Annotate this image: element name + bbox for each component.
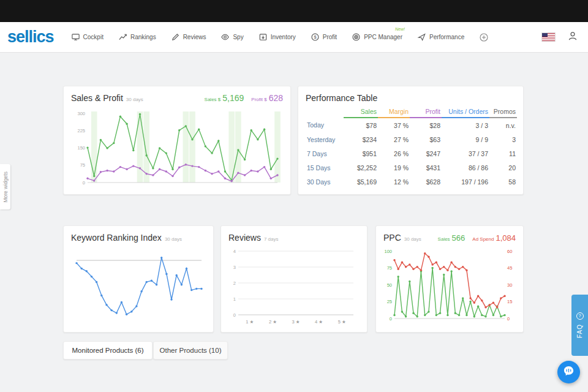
nav-label: PPC Manager xyxy=(364,34,402,40)
svg-text:$: $ xyxy=(314,34,317,40)
ppc-adspend-value: 1,084 xyxy=(496,233,516,243)
chat-icon xyxy=(563,365,575,379)
chat-bubble-button[interactable] xyxy=(557,361,580,383)
svg-text:50: 50 xyxy=(387,282,392,288)
widget-title: Reviews xyxy=(228,233,261,243)
column-header-sales: Sales xyxy=(344,105,378,118)
svg-text:100: 100 xyxy=(384,249,392,254)
faq-tab[interactable]: ? FAQ xyxy=(571,295,588,356)
ppc-widget: PPC 30 days Sales566 Ad Spend1,084 02550… xyxy=(375,225,524,333)
nav-item-profit[interactable]: $ Profit xyxy=(311,32,337,42)
table-row: Yesterday $234 27 % $63 9 / 9 3 xyxy=(306,132,517,146)
nav-item-rankings[interactable]: Rankings xyxy=(118,32,156,42)
svg-text:2 ★: 2 ★ xyxy=(269,319,277,325)
widget-subtitle: 30 days xyxy=(165,236,182,242)
nav-item-cockpit[interactable]: Cockpit xyxy=(71,32,104,42)
svg-text:25: 25 xyxy=(387,299,392,304)
reviews-chart: 012341 ★2 ★3 ★4 ★5 ★ xyxy=(227,246,361,326)
svg-text:75: 75 xyxy=(387,265,392,271)
svg-text:45: 45 xyxy=(507,265,512,271)
ppc-chart: 0255075100015304560 xyxy=(381,246,518,325)
nav-item-spy[interactable]: Spy xyxy=(221,32,243,42)
performance-table: Sales Margin Profit Units / Orders Promo… xyxy=(306,105,517,189)
add-widget-button[interactable] xyxy=(479,32,489,42)
monitor-icon xyxy=(71,32,80,42)
nav-label: Inventory xyxy=(271,34,296,40)
column-header-margin: Margin xyxy=(378,105,410,118)
user-account-icon[interactable] xyxy=(567,31,578,44)
table-row: 7 Days $951 26 % $247 37 / 37 11 xyxy=(306,146,517,160)
column-header-units-orders: Units / Orders xyxy=(442,105,489,118)
svg-text:4 ★: 4 ★ xyxy=(315,319,323,325)
us-flag-language-selector[interactable] xyxy=(542,33,555,41)
nav-right xyxy=(542,31,578,44)
new-badge: New! xyxy=(395,27,405,31)
svg-text:300: 300 xyxy=(77,111,85,116)
tab-other-products[interactable]: Other Products (10) xyxy=(153,341,228,360)
main-nav: sellics Cockpit Rankings Reviews Spy Inv… xyxy=(0,22,588,53)
ppc-adspend-label: Ad Spend xyxy=(472,236,494,242)
nav-items: Cockpit Rankings Reviews Spy Inventory $… xyxy=(71,32,489,42)
keyword-ranking-chart xyxy=(69,246,208,325)
nav-label: Spy xyxy=(233,34,243,40)
svg-text:30: 30 xyxy=(507,282,512,288)
svg-text:0: 0 xyxy=(507,316,510,322)
sales-total-value: 5,169 xyxy=(222,93,244,103)
svg-text:15: 15 xyxy=(507,299,512,304)
ppc-sales-label: Sales xyxy=(438,236,450,242)
faq-label: FAQ xyxy=(576,324,583,338)
svg-text:1 ★: 1 ★ xyxy=(246,319,254,325)
widget-title: Keyword Ranking Index xyxy=(71,233,162,243)
performance-table-widget: Performance Table Sales Margin Profit Un… xyxy=(298,86,524,195)
target-icon xyxy=(352,32,361,42)
svg-text:5 ★: 5 ★ xyxy=(338,319,346,325)
column-header-profit: Profit xyxy=(410,105,442,118)
plus-circle-icon xyxy=(479,32,489,42)
svg-text:0: 0 xyxy=(390,316,392,322)
question-mark-icon: ? xyxy=(576,312,584,320)
more-widgets-tab[interactable]: More widgets xyxy=(0,164,10,209)
svg-text:1: 1 xyxy=(233,296,236,302)
svg-text:150: 150 xyxy=(77,145,85,151)
widget-title: Sales & Profit xyxy=(71,93,123,103)
nav-label: Profit xyxy=(323,34,337,40)
sales-total-label: Sales $ xyxy=(205,97,221,102)
nav-label: Cockpit xyxy=(83,34,104,40)
svg-text:75: 75 xyxy=(80,162,85,168)
svg-text:60: 60 xyxy=(507,249,512,254)
svg-text:3: 3 xyxy=(233,265,236,270)
table-row: 15 Days $2,252 19 % $431 86 / 86 20 xyxy=(306,160,517,175)
widget-subtitle: 7 days xyxy=(264,236,279,242)
nav-item-inventory[interactable]: Inventory xyxy=(258,32,296,42)
nav-label: Reviews xyxy=(183,34,206,40)
rocket-icon xyxy=(417,32,426,42)
more-widgets-label: More widgets xyxy=(2,172,9,203)
eye-icon xyxy=(221,32,230,42)
nav-item-performance[interactable]: Performance xyxy=(417,32,464,42)
nav-item-reviews[interactable]: Reviews xyxy=(171,32,206,42)
profit-total-value: 628 xyxy=(269,93,283,103)
widget-title: Performance Table xyxy=(306,93,377,103)
nav-item-ppc-manager[interactable]: PPC Manager New! xyxy=(352,32,402,42)
box-icon xyxy=(258,32,268,42)
widget-subtitle: 30 days xyxy=(404,236,421,242)
top-black-bar xyxy=(0,0,588,22)
svg-text:4: 4 xyxy=(233,249,236,254)
tab-monitored-products[interactable]: Monitored Products (6) xyxy=(63,341,153,360)
rankings-icon xyxy=(118,32,127,42)
profit-total-label: Profit $ xyxy=(251,97,266,102)
table-row: Today $78 37 % $28 3 / 3 n.v. xyxy=(306,118,517,132)
table-header-row: Sales Margin Profit Units / Orders Promo… xyxy=(306,105,517,118)
svg-text:0: 0 xyxy=(83,180,85,186)
pencil-icon xyxy=(171,32,180,42)
svg-text:2: 2 xyxy=(233,281,236,286)
svg-text:225: 225 xyxy=(77,128,85,134)
sellics-logo[interactable]: sellics xyxy=(7,28,54,47)
nav-label: Rankings xyxy=(130,34,156,40)
sales-profit-widget: Sales & Profit 30 days Sales $5,169 Prof… xyxy=(63,86,291,195)
nav-label: Performance xyxy=(429,34,464,40)
widget-title: PPC xyxy=(383,233,401,243)
ppc-sales-value: 566 xyxy=(452,233,466,243)
widget-subtitle: 30 days xyxy=(126,97,143,102)
svg-text:0: 0 xyxy=(233,312,236,318)
